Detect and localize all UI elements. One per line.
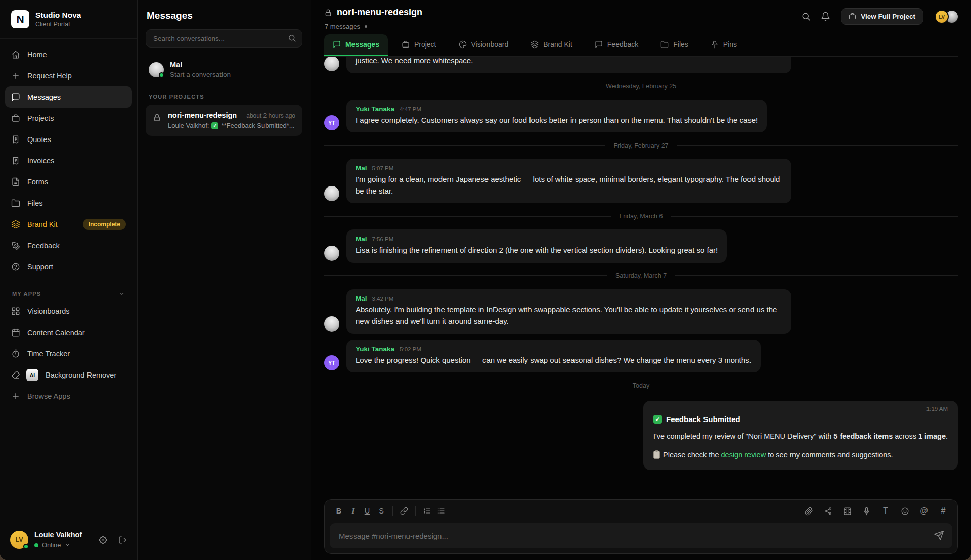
tab-files[interactable]: Files [652,34,697,56]
divider-line [684,86,958,86]
mention-at-icon[interactable]: @ [917,504,931,518]
chat-message: Mal3:42 PMAbsolutely. I'm building the t… [324,289,958,334]
bold-button[interactable]: B [332,504,346,518]
message-bubble: Mal7:56 PMLisa is finishing the refineme… [346,229,727,262]
logout-icon[interactable] [118,536,127,544]
toolbar-divider [415,506,416,516]
date-divider: Friday, February 27 [324,142,958,149]
tab-label: Brand Kit [543,40,572,49]
author-name: Yuki Tanaka [356,105,394,113]
microphone-icon[interactable] [859,504,873,518]
sidebar-item-label: Content Calendar [27,329,85,337]
sidebar-item-label: Support [27,263,53,271]
status-dot [34,543,38,547]
pin-icon [711,40,719,49]
chat-message: Yuki, I've reviewed the current menu and… [324,57,958,73]
status-dot [365,25,367,28]
my-apps-section-header[interactable]: MY APPS [5,277,132,301]
message-text: Absolutely. I'm building the template in… [356,304,782,328]
share-icon[interactable] [821,504,835,518]
ordered-list-icon[interactable] [420,504,434,518]
message-header: Mal3:42 PM [356,295,782,302]
sidebar-item-request-help[interactable]: Request Help [5,65,132,86]
briefcase-icon [402,40,410,49]
sidebar-item-forms[interactable]: Forms [5,171,132,193]
app-window: N Studio Nova Client Portal HomeRequest … [0,0,971,560]
home-icon [11,50,20,59]
conversation-item-mal[interactable]: Mal Start a conversation [146,55,302,84]
sidebar-item-content-calendar[interactable]: Content Calendar [5,322,132,343]
receipt-icon [11,135,20,144]
user-status[interactable]: Online [34,541,82,549]
emoji-smiley-icon[interactable] [898,504,912,518]
view-full-project-button[interactable]: View Full Project [841,8,923,25]
user-avatar[interactable]: LV [10,531,28,549]
chat-title: nori-menu-redesign [337,7,422,18]
online-dot [159,72,164,78]
participant-avatars[interactable]: LV [935,10,959,24]
sidebar-item-label: Request Help [27,72,72,80]
tab-pins[interactable]: Pins [702,34,745,56]
tab-messages[interactable]: Messages [324,34,388,56]
settings-gear-icon[interactable] [99,536,107,544]
author-name: Mal [356,235,367,243]
sidebar-item-home[interactable]: Home [5,44,132,65]
briefcase-icon [11,114,20,123]
sidebar-item-time-tracker[interactable]: Time Tracker [5,343,132,364]
divider-line [324,145,605,146]
project-preview: Louie Valkhof: ✓ **Feedback Submitted*..… [168,122,295,129]
bullet-list-icon[interactable] [434,504,448,518]
tab-project[interactable]: Project [393,34,445,56]
formatting-toolbar: B I U S T @ # [325,500,957,522]
message-count: 7 messages [325,23,360,30]
calendar-icon [11,328,20,337]
sidebar-item-feedback[interactable]: Feedback [5,235,132,256]
tab-label: Feedback [607,40,638,49]
chat-main: nori-menu-redesign 7 messages View Full … [311,0,971,560]
italic-button[interactable]: I [346,504,360,518]
message-bubble: Mal3:42 PMAbsolutely. I'm building the t… [346,289,791,334]
search-input[interactable] [146,29,302,48]
tab-brand-kit[interactable]: Brand Kit [522,34,581,56]
sidebar-item-invoices[interactable]: Invoices [5,150,132,171]
link-icon[interactable] [397,504,411,518]
tab-label: Files [673,40,688,49]
chat-icon [333,40,341,49]
message-input[interactable] [330,523,952,548]
palette-icon [459,40,467,49]
sidebar-item-quotes[interactable]: Quotes [5,129,132,150]
sidebar-item-files[interactable]: Files [5,193,132,214]
sidebar-item-browse-apps[interactable]: Browse Apps [5,386,132,407]
text-size-icon[interactable]: T [878,504,893,518]
author-name: Mal [356,164,367,172]
panel-title: Messages [146,9,302,29]
underline-button[interactable]: U [360,504,374,518]
design-review-link[interactable]: design review [721,451,766,459]
attach-paperclip-icon[interactable] [802,504,816,518]
text-segment: 1 image [918,432,946,440]
divider-line [324,386,625,386]
user-footer: LV Louie Valkhof Online [0,523,137,560]
sidebar-item-background-remover[interactable]: AIBackground Remover [5,364,132,386]
notifications-bell-icon[interactable] [821,12,830,21]
message-thread[interactable]: Yuki, I've reviewed the current menu and… [311,57,971,495]
lock-icon [324,9,332,17]
sidebar-item-visionboards[interactable]: Visionboards [5,301,132,322]
sidebar-item-projects[interactable]: Projects [5,108,132,129]
layers-icon [11,220,20,229]
tab-feedback[interactable]: Feedback [586,34,647,56]
sidebar-item-support[interactable]: Support [5,256,132,277]
divider-label: Today [633,382,649,389]
message-text: Yuki, I've reviewed the current menu and… [356,57,782,67]
sidebar-item-brand-kit[interactable]: Brand KitIncomplete [5,214,132,235]
video-film-icon[interactable] [840,504,854,518]
tab-visionboard[interactable]: Visionboard [450,34,517,56]
message-time: 7:56 PM [372,236,394,242]
sidebar-item-messages[interactable]: Messages [5,86,132,108]
search-icon[interactable] [801,12,811,21]
strikethrough-button[interactable]: S [374,504,388,518]
brand-name: Studio Nova [35,11,81,20]
send-icon[interactable] [934,530,944,541]
project-conversation-item[interactable]: nori-menu-redesign about 2 hours ago Lou… [146,105,302,136]
channel-hash-icon[interactable]: # [936,504,950,518]
